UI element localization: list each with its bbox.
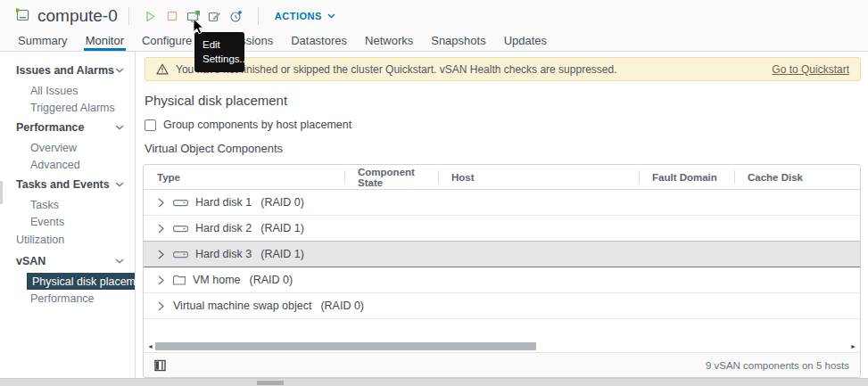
sidebar-item-vsan-performance[interactable]: Performance — [0, 290, 135, 307]
sidebar-scrollbar[interactable] — [0, 181, 3, 204]
tab-snapshots[interactable]: Snapshots — [429, 32, 487, 51]
sidebar-section-issues-alarms[interactable]: Issues and Alarms — [0, 59, 135, 82]
sidebar-item-events[interactable]: Events — [0, 213, 135, 230]
power-on-icon[interactable] — [140, 5, 161, 27]
sidebar-section-vsan[interactable]: vSAN — [0, 250, 135, 273]
chevron-down-icon — [327, 13, 335, 19]
monitor-sidebar: Issues and Alarms All Issues Triggered A… — [0, 52, 136, 378]
tab-bar: Summary Monitor Configure Permissions Da… — [0, 32, 868, 52]
hard-disk-icon — [173, 225, 188, 233]
main-body: Issues and Alarms All Issues Triggered A… — [0, 52, 868, 378]
group-components-row: Group components by host placement — [145, 119, 868, 131]
vm-icon — [14, 6, 30, 26]
sidebar-item-physical-disk-placement[interactable]: Physical disk placement — [27, 273, 135, 290]
tooltip-line-2: Settings... — [203, 52, 237, 66]
row-raid: (RAID 0) — [260, 196, 304, 209]
tab-datastores[interactable]: Datastores — [289, 32, 349, 51]
table-footer: 9 vSAN components on 5 hosts — [144, 352, 860, 377]
table-row-vm-swap-object[interactable]: Virtual machine swap object (RAID 0) — [144, 293, 860, 319]
scrollbar-track[interactable] — [155, 342, 848, 350]
sidebar-item-overview[interactable]: Overview — [0, 139, 135, 156]
sidebar-section-performance[interactable]: Performance — [0, 116, 135, 139]
expand-chevron-icon[interactable] — [158, 198, 164, 208]
column-header-type[interactable]: Type — [144, 165, 344, 189]
hard-disk-icon — [173, 199, 188, 207]
hard-disk-icon — [173, 250, 188, 259]
tooltip-line-1: Edit — [203, 37, 237, 52]
mouse-cursor-icon — [193, 18, 204, 38]
horizontal-scrollbar[interactable]: ◄ ► — [145, 340, 859, 352]
table-row-hard-disk-2[interactable]: Hard disk 2 (RAID 1) — [144, 216, 860, 242]
expand-chevron-icon[interactable] — [158, 301, 164, 311]
row-label: Hard disk 2 — [195, 222, 252, 234]
sidebar-item-advanced[interactable]: Advanced — [0, 156, 135, 173]
scroll-right-arrow-icon[interactable]: ► — [850, 343, 856, 349]
entity-title: compute-0 — [37, 6, 118, 26]
virtual-object-components-title: Virtual Object Components — [145, 142, 868, 155]
sidebar-section-tasks-events[interactable]: Tasks and Events — [0, 173, 135, 196]
warning-icon — [156, 63, 169, 75]
table-row-hard-disk-3-selected[interactable]: Hard disk 3 (RAID 1) — [144, 241, 860, 267]
tab-updates[interactable]: Updates — [502, 32, 549, 51]
scroll-left-arrow-icon[interactable]: ◄ — [147, 343, 153, 349]
tab-networks[interactable]: Networks — [363, 32, 415, 51]
table-row-vm-home[interactable]: VM home (RAID 0) — [144, 267, 860, 293]
row-label: VM home — [193, 274, 241, 286]
sidebar-item-all-issues[interactable]: All Issues — [0, 82, 135, 99]
page-title: Physical disk placement — [145, 93, 868, 108]
power-off-icon[interactable] — [161, 5, 183, 27]
column-header-component-state[interactable]: Component State — [344, 165, 438, 189]
row-raid: (RAID 0) — [320, 300, 364, 312]
actions-label: ACTIONS — [275, 11, 322, 21]
column-header-host[interactable]: Host — [438, 165, 639, 189]
sidebar-item-utilization[interactable]: Utilization — [0, 230, 135, 250]
schedule-task-icon[interactable] — [226, 5, 247, 27]
go-to-quickstart-link[interactable]: Go to Quickstart — [772, 63, 849, 76]
entity-header-bar: compute-0 — [0, 0, 868, 32]
section-label: Tasks and Events — [16, 178, 110, 191]
table-header-row: Type Component State Host Fault Domain C… — [144, 165, 860, 190]
row-raid: (RAID 0) — [250, 274, 293, 286]
section-label: vSAN — [16, 255, 45, 267]
tab-configure[interactable]: Configure — [140, 32, 194, 51]
sidebar-item-triggered-alarms[interactable]: Triggered Alarms — [0, 99, 135, 116]
chevron-down-icon — [115, 182, 124, 187]
row-raid: (RAID 1) — [260, 222, 304, 234]
page-scrollbar-thumb[interactable] — [257, 381, 284, 385]
row-raid: (RAID 1) — [260, 248, 304, 260]
components-table: Type Component State Host Fault Domain C… — [143, 164, 861, 378]
column-selector-icon[interactable] — [154, 359, 166, 372]
folder-icon — [173, 275, 186, 285]
tab-summary[interactable]: Summary — [16, 32, 70, 51]
group-components-checkbox[interactable] — [145, 119, 156, 131]
column-header-fault-domain[interactable]: Fault Domain — [639, 165, 734, 189]
toolbar-divider — [128, 7, 129, 25]
expand-chevron-icon[interactable] — [158, 275, 164, 285]
page-horizontal-scrollbar[interactable] — [0, 378, 868, 386]
row-label: Hard disk 1 — [195, 196, 252, 209]
group-components-label: Group components by host placement — [163, 119, 351, 131]
content-pane: You have not finished or skipped the clu… — [136, 52, 868, 378]
expand-chevron-icon[interactable] — [158, 224, 164, 234]
quickstart-warning-banner: You have not finished or skipped the clu… — [145, 57, 861, 81]
chevron-down-icon — [115, 68, 124, 73]
row-label: Virtual machine swap object — [173, 300, 311, 312]
edit-settings-icon[interactable] — [204, 5, 226, 27]
banner-message: You have not finished or skipped the clu… — [176, 63, 772, 76]
chevron-down-icon — [115, 259, 124, 264]
section-label: Performance — [16, 121, 84, 134]
chevron-down-icon — [115, 125, 124, 130]
sidebar-item-tasks[interactable]: Tasks — [0, 196, 135, 213]
column-header-cache-disk[interactable]: Cache Disk — [734, 165, 860, 189]
vsphere-client-window: compute-0 — [0, 0, 868, 386]
tab-monitor[interactable]: Monitor — [84, 32, 126, 51]
components-summary: 9 vSAN components on 5 hosts — [706, 360, 849, 371]
actions-button[interactable]: ACTIONS — [275, 11, 335, 21]
toolbar-divider — [258, 7, 259, 25]
scrollbar-thumb[interactable] — [155, 342, 536, 350]
section-label: Issues and Alarms — [16, 64, 114, 77]
expand-chevron-icon[interactable] — [158, 250, 164, 259]
row-label: Hard disk 3 — [195, 248, 252, 260]
table-row-hard-disk-1[interactable]: Hard disk 1 (RAID 0) — [144, 190, 860, 216]
